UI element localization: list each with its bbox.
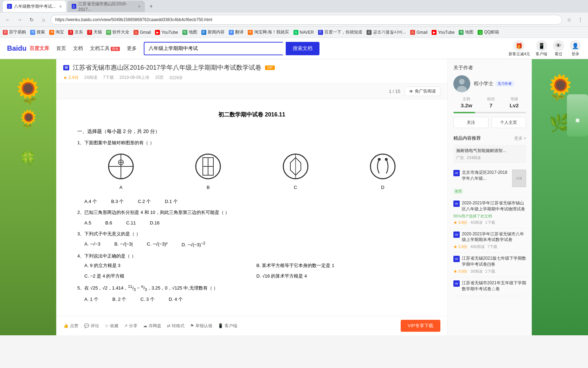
header-login[interactable]: 👤 登录 — [570, 40, 581, 57]
bookmark-icon[interactable]: ☆ — [564, 15, 574, 25]
address-bar[interactable]: https://wenku.baidu.com/view/5049b158858… — [51, 15, 562, 25]
rec-ad-title[interactable]: 施耐德电气智能施耐德智... — [456, 148, 523, 154]
bookmark-naver[interactable]: N NAVER — [293, 30, 314, 35]
doc-toolbar: 1 / 15 👁 免广告阅读 — [56, 84, 447, 99]
follow-button[interactable]: 关注 — [453, 117, 489, 128]
report-button[interactable]: ⚑ 举报认领 — [190, 323, 212, 329]
bookmark-taobao[interactable]: 淘 淘宝 — [49, 29, 64, 35]
rec-item-2: W 2020-2021学年江苏省无锡市八年级上学期期末考试数学试卷 ★ 2.0分… — [453, 228, 526, 253]
bookmark-translate[interactable]: 译 翻译 — [229, 29, 244, 35]
bookmark-news[interactable]: 新 新闻内容 — [201, 29, 225, 35]
home-button[interactable]: ⌂ — [39, 15, 49, 25]
rec-item-0-title[interactable]: 北京市海淀区2017-2018学年八年级... — [462, 170, 510, 182]
client-label: 客户端 — [225, 323, 237, 329]
like-button[interactable]: 👍 点赞 — [63, 323, 78, 329]
rec-item-1-rating: ★ 3.8分 — [453, 220, 467, 225]
bookmark-gmail[interactable]: G Gmail — [134, 30, 151, 35]
header-new-user[interactable]: 🎁 新客立减4元 — [509, 40, 530, 57]
bookmark-gmail2[interactable]: G Gmail — [410, 30, 427, 35]
eye-icon: 👁 — [409, 89, 413, 94]
bookmark-software-label: 软件大全 — [112, 29, 129, 35]
header-client[interactable]: 📱 客户端 — [536, 40, 547, 57]
rec-more-button[interactable]: 更多 > — [514, 135, 526, 141]
header-history[interactable]: 👁 看过 — [553, 40, 564, 57]
nav-docs[interactable]: 文档 — [73, 45, 83, 52]
rec-item-3-title[interactable]: 江苏省无锡2021版七年级下学期数学期中考试卷(I)卷 — [462, 255, 526, 267]
sunflower-left-2: 🌻 — [17, 108, 40, 130]
free-read-button[interactable]: 👁 免广告阅读 — [405, 87, 440, 96]
doc-content: 初二数学期中试卷 2016.11 一、选择题（每小题 2 分，共 20 分） 1… — [56, 99, 447, 316]
q2-opt-c: C.11 — [126, 219, 136, 227]
back-button[interactable]: ← — [3, 15, 13, 25]
q2-opt-b: B.6 — [105, 219, 112, 227]
like-label: 点赞 — [70, 323, 78, 329]
bookmark-taobao2[interactable]: 淘 淘宝网-海！我就买 — [248, 29, 289, 35]
doc-reads: 24阅读 — [84, 75, 97, 81]
collect-label: 收藏 — [110, 323, 118, 329]
new-tab-button[interactable]: + — [146, 1, 156, 11]
tab-1[interactable]: 文 八年级数学期中考试... ✕ — [3, 1, 66, 12]
rec-item-1-title[interactable]: 2020-2021学年江苏省无锡市锡山区八年级上学期期中考试物理试卷 — [462, 200, 526, 212]
bookmark-search[interactable]: 搜 搜索 — [30, 29, 45, 35]
like-icon: 👍 — [63, 323, 69, 328]
bookmark-maps2[interactable]: 地 地图 — [459, 29, 473, 35]
search-input[interactable] — [144, 42, 283, 55]
question-4: 4、下列说法中正确的是（ ） — [77, 252, 426, 260]
comment-label: 评论 — [91, 323, 99, 329]
rec-ad-meta: 广告 234阅读 — [456, 155, 523, 160]
nav-more[interactable]: 更多 — [127, 45, 137, 52]
bookmark-gmail2-label: Gmail — [416, 30, 427, 35]
ad-reads: 234阅读 — [467, 155, 481, 160]
nav-home[interactable]: 首页 — [56, 45, 66, 52]
bookmark-youtube[interactable]: ▶ YouTube — [155, 30, 178, 35]
rec-item-4-title[interactable]: 江苏省无锡市2021年五年级下学期数学期中考试卷△卷 — [462, 280, 526, 292]
bookmark-maps[interactable]: 地 地图 — [182, 29, 197, 35]
rec-item-1-reads: 40阅读 — [470, 220, 482, 225]
q5-opt-b: B. 2 个 — [112, 295, 127, 303]
reload-button[interactable]: ↻ — [27, 15, 37, 25]
svg-point-12 — [385, 158, 388, 161]
stat-level-value: Lv2 — [510, 102, 519, 108]
rec-item-2-title[interactable]: 2020-2021学年江苏省无锡市八年级上学期期末考试数学试卷 — [462, 231, 526, 243]
bookmark-suning[interactable]: 苏 苏宁易购 — [3, 29, 26, 35]
collect-button[interactable]: ☆ 收藏 — [105, 323, 118, 329]
bookmark-qq[interactable]: Q QQ邮箱 — [478, 29, 499, 35]
right-promo-banner[interactable]: 限时活动 — [567, 94, 588, 137]
rec-item-3-rating: ★ 3.0分 — [453, 269, 467, 274]
bookmark-tianmao-label: 天猫 — [93, 29, 102, 35]
baidu-logo[interactable]: Baidu 百度文库 — [7, 44, 49, 52]
rec-item-2-rating: ★ 2.0分 — [453, 244, 467, 249]
bookmark-baidu[interactable]: 百 百度一下，你就知道 — [318, 29, 362, 35]
bookmark-gongzuo[interactable]: 공 공조기품질시비... — [367, 29, 406, 35]
cloud-label: 存网盘 — [149, 323, 161, 329]
bookmark-youtube2[interactable]: ▶ YouTube — [432, 30, 454, 35]
tab-2-close[interactable]: ✕ — [138, 5, 141, 8]
q5-opt-d: D. 4 个 — [169, 295, 183, 303]
nav-tools[interactable]: 文档工具 限免 — [90, 45, 120, 52]
report-label: 举报认领 — [195, 323, 212, 329]
share-label: 分享 — [129, 323, 137, 329]
new-user-icon: 🎁 — [513, 40, 525, 51]
search-button[interactable]: 搜索文档 — [286, 42, 319, 55]
vip-download-button[interactable]: VIP专享下载 — [401, 320, 440, 332]
forward-button[interactable]: → — [15, 15, 25, 25]
client-button[interactable]: 📱 客户端 — [218, 323, 237, 329]
rec-item-0-icon: W — [453, 170, 460, 176]
tab-1-close[interactable]: ✕ — [59, 5, 62, 8]
bookmark-tianmao[interactable]: 天 天猫 — [87, 29, 102, 35]
profile-button[interactable]: 个人主页 — [491, 117, 526, 128]
rec-item-1-percent: 95%用户选择了此文档 — [453, 214, 526, 219]
doc-rating: ★ 2.4分 — [63, 75, 79, 81]
author-badge: 见习作者 — [496, 81, 514, 87]
bookmark-jd[interactable]: 京 京东 — [68, 29, 83, 35]
bookmark-software[interactable]: 软 软件大全 — [106, 29, 129, 35]
comment-button[interactable]: 💬 评论 — [84, 323, 99, 329]
svg-point-10 — [370, 154, 395, 179]
bookmark-suning-icon: 苏 — [3, 30, 8, 35]
tab-2[interactable]: 文 江苏省无锡市惠山区2016-2017... ✕ — [67, 1, 145, 12]
share-button[interactable]: ↗ 分享 — [124, 323, 137, 329]
cloud-button[interactable]: ☁ 存网盘 — [143, 323, 161, 329]
convert-button[interactable]: ⇄ 转格式 — [167, 323, 185, 329]
section-1-title: 一、选择题（每小题 2 分，共 20 分） — [77, 127, 426, 136]
settings-icon[interactable]: ⋮ — [575, 15, 585, 25]
